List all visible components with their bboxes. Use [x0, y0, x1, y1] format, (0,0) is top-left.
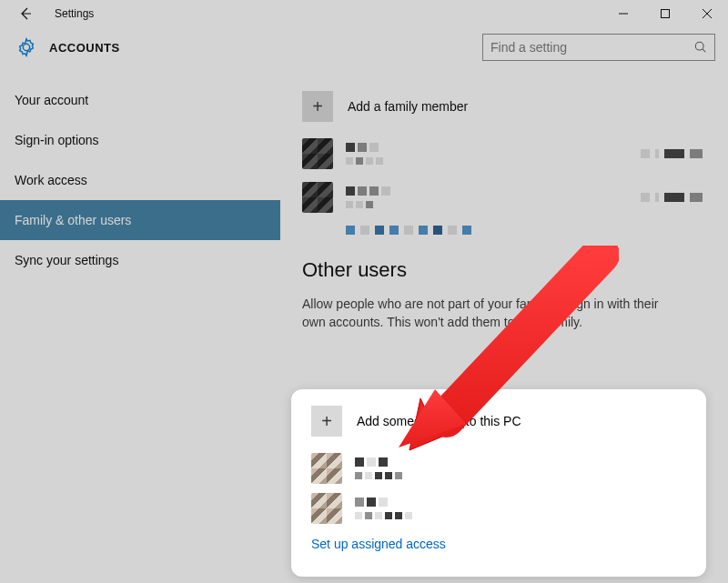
family-member-row[interactable] — [302, 138, 703, 169]
sidebar-item-sync-settings[interactable]: Sync your settings — [0, 240, 280, 280]
sidebar-item-your-account[interactable]: Your account — [0, 80, 280, 120]
search-input[interactable] — [490, 40, 694, 55]
other-user-row[interactable] — [311, 453, 686, 484]
category-title: ACCOUNTS — [49, 41, 120, 55]
highlight-card: + Add someone else to this PC Set up ass… — [291, 389, 706, 577]
redacted-name — [355, 457, 686, 479]
add-other-user-row[interactable]: + Add someone else to this PC — [311, 406, 686, 437]
sidebar-item-sign-in-options[interactable]: Sign-in options — [0, 120, 280, 160]
add-family-member-row[interactable]: + Add a family member — [302, 91, 703, 122]
svg-point-1 — [695, 42, 703, 50]
sidebar-item-label: Your account — [15, 93, 88, 107]
sidebar-item-label: Work access — [15, 173, 87, 187]
back-arrow-icon — [18, 6, 33, 21]
maximize-icon — [661, 9, 670, 18]
back-button[interactable] — [16, 5, 35, 23]
window-title: Settings — [55, 7, 94, 20]
titlebar: Settings — [0, 0, 728, 27]
avatar — [311, 493, 342, 524]
redacted-name — [346, 143, 641, 165]
redacted-role — [641, 193, 703, 202]
sidebar: Your account Sign-in options Work access… — [0, 67, 280, 583]
avatar — [302, 182, 333, 213]
close-button[interactable] — [686, 0, 728, 27]
other-users-heading: Other users — [302, 258, 703, 282]
family-member-row[interactable] — [302, 182, 703, 213]
redacted-name — [355, 498, 686, 519]
minimize-icon — [619, 9, 628, 18]
other-users-description: Allow people who are not part of your fa… — [302, 295, 675, 332]
svg-rect-0 — [662, 10, 670, 18]
assigned-access-link[interactable]: Set up assigned access — [311, 537, 686, 551]
avatar — [302, 138, 333, 169]
plus-icon: + — [311, 406, 342, 437]
plus-icon: + — [302, 91, 333, 122]
header: ACCOUNTS — [0, 27, 728, 67]
avatar — [311, 453, 342, 484]
search-box[interactable] — [482, 34, 715, 61]
add-family-label: Add a family member — [348, 99, 468, 114]
other-user-row[interactable] — [311, 493, 686, 524]
add-other-label: Add someone else to this PC — [357, 414, 521, 428]
sidebar-item-family-other-users[interactable]: Family & other users — [0, 200, 280, 240]
maximize-button[interactable] — [644, 0, 686, 27]
sidebar-item-label: Family & other users — [15, 213, 131, 227]
redacted-role — [641, 149, 703, 158]
search-icon — [694, 41, 707, 54]
gear-icon — [16, 37, 36, 57]
window-controls — [602, 0, 728, 27]
sidebar-item-label: Sync your settings — [15, 253, 118, 267]
sidebar-item-work-access[interactable]: Work access — [0, 160, 280, 200]
redacted-name — [346, 186, 641, 208]
close-icon — [703, 9, 712, 18]
minimize-button[interactable] — [602, 0, 644, 27]
redacted-link[interactable] — [346, 226, 703, 235]
sidebar-item-label: Sign-in options — [15, 133, 99, 147]
